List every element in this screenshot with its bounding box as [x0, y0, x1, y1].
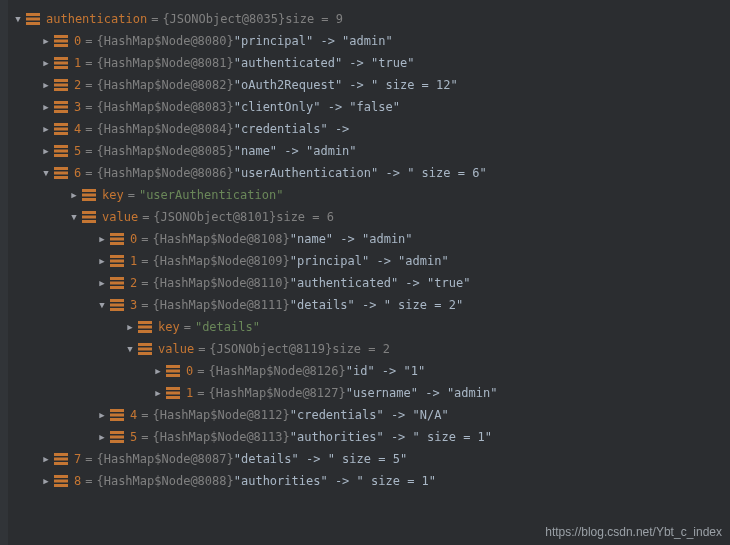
variable-row[interactable]: ▶5 = {HashMap$Node@8085} "name" -> "admi… — [0, 140, 730, 162]
expand-arrow-down-icon[interactable]: ▼ — [68, 212, 80, 222]
variable-row[interactable]: ▶3 = {HashMap$Node@8083} "clientOnly" ->… — [0, 96, 730, 118]
svg-rect-58 — [110, 436, 124, 439]
svg-rect-3 — [54, 35, 68, 38]
svg-rect-9 — [54, 79, 68, 82]
variable-row[interactable]: ▶1 = {HashMap$Node@8127} "username" -> "… — [0, 382, 730, 404]
variable-row[interactable]: ▼3 = {HashMap$Node@8111} "details" -> " … — [0, 294, 730, 316]
svg-rect-14 — [54, 110, 68, 113]
expand-arrow-right-icon[interactable]: ▶ — [152, 366, 164, 376]
object-icon — [110, 254, 126, 268]
object-icon — [54, 34, 70, 48]
expand-arrow-right-icon[interactable]: ▶ — [152, 388, 164, 398]
variable-value: "userAuthentication" -> " size = 6" — [234, 166, 487, 180]
svg-rect-53 — [166, 396, 180, 399]
variable-name: key — [102, 188, 124, 202]
expand-arrow-down-icon[interactable]: ▼ — [12, 14, 24, 24]
svg-rect-15 — [54, 123, 68, 126]
svg-rect-32 — [110, 242, 124, 245]
expand-arrow-right-icon[interactable]: ▶ — [40, 58, 52, 68]
variable-name: 0 — [74, 34, 81, 48]
svg-rect-30 — [110, 233, 124, 236]
variable-row[interactable]: ▶1 = {HashMap$Node@8109} "principal" -> … — [0, 250, 730, 272]
svg-rect-21 — [54, 167, 68, 170]
object-icon — [82, 210, 98, 224]
svg-rect-24 — [82, 189, 96, 192]
svg-rect-37 — [110, 282, 124, 285]
variable-name: 2 — [74, 78, 81, 92]
variable-row[interactable]: ▼value = {JSONObject@8101} size = 6 — [0, 206, 730, 228]
svg-rect-33 — [110, 255, 124, 258]
expand-arrow-right-icon[interactable]: ▶ — [124, 322, 136, 332]
variable-row[interactable]: ▶4 = {HashMap$Node@8084} "credentials" -… — [0, 118, 730, 140]
object-icon — [110, 430, 126, 444]
expand-arrow-down-icon[interactable]: ▼ — [40, 168, 52, 178]
expand-arrow-right-icon[interactable]: ▶ — [40, 454, 52, 464]
expand-arrow-right-icon[interactable]: ▶ — [40, 102, 52, 112]
variable-row[interactable]: ▶2 = {HashMap$Node@8082} "oAuth2Request"… — [0, 74, 730, 96]
svg-rect-42 — [138, 321, 152, 324]
expand-arrow-right-icon[interactable]: ▶ — [40, 146, 52, 156]
svg-rect-7 — [54, 62, 68, 65]
object-reference: {HashMap$Node@8126} — [208, 364, 345, 378]
equals-sign: = — [85, 34, 92, 48]
svg-rect-49 — [166, 370, 180, 373]
expand-arrow-right-icon[interactable]: ▶ — [40, 36, 52, 46]
svg-rect-36 — [110, 277, 124, 280]
variable-row[interactable]: ▶2 = {HashMap$Node@8110} "authenticated"… — [0, 272, 730, 294]
variable-name: 1 — [186, 386, 193, 400]
variable-value: "authorities" -> " size = 1" — [234, 474, 436, 488]
expand-arrow-right-icon[interactable]: ▶ — [40, 476, 52, 486]
variable-row[interactable]: ▶key = "details" — [0, 316, 730, 338]
svg-rect-13 — [54, 106, 68, 109]
variable-value: "details" — [195, 320, 260, 334]
expand-arrow-right-icon[interactable]: ▶ — [40, 80, 52, 90]
svg-rect-48 — [166, 365, 180, 368]
object-icon — [138, 342, 154, 356]
object-reference: {HashMap$Node@8084} — [96, 122, 233, 136]
object-icon — [54, 166, 70, 180]
variable-value: "name" -> "admin" — [290, 232, 413, 246]
svg-rect-55 — [110, 414, 124, 417]
object-reference: {HashMap$Node@8088} — [96, 474, 233, 488]
expand-arrow-down-icon[interactable]: ▼ — [96, 300, 108, 310]
variable-value: size = 2 — [332, 342, 390, 356]
variable-row[interactable]: ▶1 = {HashMap$Node@8081} "authenticated"… — [0, 52, 730, 74]
variable-value: "userAuthentication" — [139, 188, 284, 202]
variable-row[interactable]: ▶0 = {HashMap$Node@8080} "principal" -> … — [0, 30, 730, 52]
svg-rect-38 — [110, 286, 124, 289]
variable-row[interactable]: ▼authentication = {JSONObject@8035} size… — [0, 8, 730, 30]
object-reference: {HashMap$Node@8081} — [96, 56, 233, 70]
variable-value: "credentials" -> — [234, 122, 350, 136]
variable-row[interactable]: ▶key = "userAuthentication" — [0, 184, 730, 206]
variable-value: "principal" -> "admin" — [234, 34, 393, 48]
svg-rect-26 — [82, 198, 96, 201]
variable-row[interactable]: ▶8 = {HashMap$Node@8088} "authorities" -… — [0, 470, 730, 492]
variable-name: 3 — [130, 298, 137, 312]
svg-rect-1 — [26, 18, 40, 21]
equals-sign: = — [128, 188, 135, 202]
variable-row[interactable]: ▶0 = {HashMap$Node@8126} "id" -> "1" — [0, 360, 730, 382]
expand-arrow-down-icon[interactable]: ▼ — [124, 344, 136, 354]
object-icon — [110, 298, 126, 312]
expand-arrow-right-icon[interactable]: ▶ — [96, 256, 108, 266]
variable-value: "id" -> "1" — [346, 364, 425, 378]
variable-value: "details" -> " size = 2" — [290, 298, 463, 312]
variable-name: value — [158, 342, 194, 356]
svg-rect-47 — [138, 352, 152, 355]
variable-name: 5 — [74, 144, 81, 158]
expand-arrow-right-icon[interactable]: ▶ — [96, 234, 108, 244]
expand-arrow-right-icon[interactable]: ▶ — [96, 432, 108, 442]
variable-row[interactable]: ▶0 = {HashMap$Node@8108} "name" -> "admi… — [0, 228, 730, 250]
expand-arrow-right-icon[interactable]: ▶ — [96, 278, 108, 288]
variable-row[interactable]: ▼6 = {HashMap$Node@8086} "userAuthentica… — [0, 162, 730, 184]
expand-arrow-right-icon[interactable]: ▶ — [68, 190, 80, 200]
object-icon — [166, 386, 182, 400]
variable-row[interactable]: ▶5 = {HashMap$Node@8113} "authorities" -… — [0, 426, 730, 448]
variable-row[interactable]: ▼value = {JSONObject@8119} size = 2 — [0, 338, 730, 360]
svg-rect-64 — [54, 480, 68, 483]
variable-row[interactable]: ▶4 = {HashMap$Node@8112} "credentials" -… — [0, 404, 730, 426]
variable-row[interactable]: ▶7 = {HashMap$Node@8087} "details" -> " … — [0, 448, 730, 470]
expand-arrow-right-icon[interactable]: ▶ — [96, 410, 108, 420]
expand-arrow-right-icon[interactable]: ▶ — [40, 124, 52, 134]
object-reference: {HashMap$Node@8111} — [152, 298, 289, 312]
